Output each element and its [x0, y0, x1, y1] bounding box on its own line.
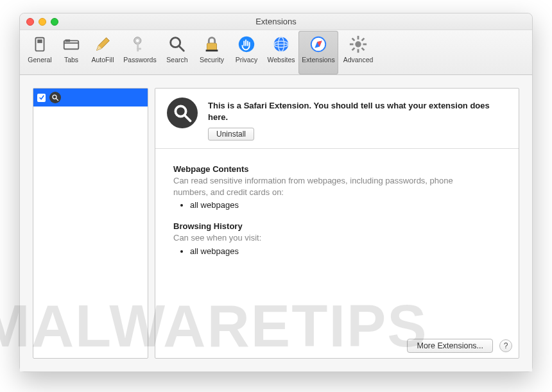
hand-icon	[237, 35, 256, 54]
svg-line-24	[352, 38, 355, 40]
extension-list-item[interactable]	[33, 89, 148, 107]
preferences-window: Extensions General Tabs AutoFill Passwor…	[19, 13, 533, 372]
svg-rect-1	[37, 39, 42, 43]
perm-list-history: all webpages	[173, 246, 454, 256]
tab-privacy-label: Privacy	[236, 56, 257, 64]
compass-icon	[309, 35, 328, 54]
tab-autofill[interactable]: AutoFill	[85, 31, 120, 74]
tab-websites-label: Websites	[268, 56, 295, 64]
svg-line-29	[56, 99, 58, 101]
permissions-section: Webpage Contents Can read sensitive info…	[155, 149, 519, 274]
detail-footer: More Extensions... ?	[407, 339, 512, 353]
tab-tabs-label: Tabs	[64, 56, 78, 64]
svg-line-9	[179, 46, 184, 51]
perm-title-history: Browsing History	[173, 221, 454, 231]
svg-point-19	[355, 41, 361, 47]
tab-websites[interactable]: Websites	[264, 31, 298, 74]
key-icon	[130, 35, 150, 54]
uninstall-button[interactable]: Uninstall	[208, 128, 254, 141]
extensions-sidebar	[33, 88, 148, 359]
titlebar: Extensions	[20, 13, 532, 30]
svg-rect-3	[65, 39, 71, 42]
extension-icon	[167, 98, 198, 128]
tab-search-label: Search	[166, 56, 187, 64]
tab-autofill-label: AutoFill	[91, 56, 114, 64]
extension-header-text: This is a Safari Extension. You should t…	[208, 98, 507, 141]
tab-privacy[interactable]: Privacy	[229, 31, 264, 74]
more-extensions-button[interactable]: More Extensions...	[407, 339, 493, 353]
extension-description: This is a Safari Extension. You should t…	[208, 100, 507, 123]
search-icon	[168, 35, 187, 54]
tab-security[interactable]: Security	[194, 31, 229, 74]
tab-advanced[interactable]: Advanced	[338, 31, 378, 74]
perm-item: all webpages	[190, 246, 454, 256]
tab-general-label: General	[28, 56, 51, 64]
svg-point-5	[136, 39, 139, 42]
extension-detail-panel: This is a Safari Extension. You should t…	[155, 88, 519, 359]
tab-tabs[interactable]: Tabs	[57, 31, 85, 74]
svg-rect-7	[137, 47, 141, 49]
perm-list-webpage: all webpages	[173, 200, 454, 210]
help-button[interactable]: ?	[499, 339, 512, 352]
perm-title-webpage: Webpage Contents	[173, 164, 454, 174]
tab-security-label: Security	[200, 56, 224, 64]
tab-extensions-label: Extensions	[302, 56, 334, 64]
extension-item-icon	[49, 92, 61, 103]
extension-header: This is a Safari Extension. You should t…	[155, 89, 519, 149]
content-area: This is a Safari Extension. You should t…	[20, 75, 532, 371]
svg-rect-2	[64, 40, 79, 49]
svg-line-31	[185, 115, 191, 121]
globe-icon	[272, 35, 291, 54]
svg-line-26	[352, 47, 355, 50]
gear-icon	[349, 35, 368, 54]
tab-passwords-label: Passwords	[123, 56, 156, 64]
preferences-toolbar: General Tabs AutoFill Passwords Search	[20, 30, 532, 75]
tab-advanced-label: Advanced	[343, 56, 374, 64]
switch-icon	[30, 35, 49, 54]
tab-extensions[interactable]: Extensions	[298, 31, 338, 74]
extension-enabled-checkbox[interactable]	[37, 94, 46, 102]
lock-icon	[202, 35, 221, 54]
perm-desc-webpage: Can read sensitive information from webp…	[173, 175, 454, 198]
pencil-icon	[93, 35, 112, 54]
tab-passwords[interactable]: Passwords	[120, 31, 160, 74]
tabs-icon	[62, 35, 81, 54]
svg-rect-6	[137, 43, 139, 51]
svg-line-25	[362, 47, 365, 50]
perm-item: all webpages	[190, 200, 454, 210]
svg-rect-11	[206, 49, 218, 51]
tab-search[interactable]: Search	[160, 31, 194, 74]
perm-desc-history: Can see when you visit:	[173, 232, 454, 244]
window-title: Extensions	[20, 17, 532, 26]
tab-general[interactable]: General	[22, 31, 57, 74]
svg-line-27	[362, 38, 365, 40]
